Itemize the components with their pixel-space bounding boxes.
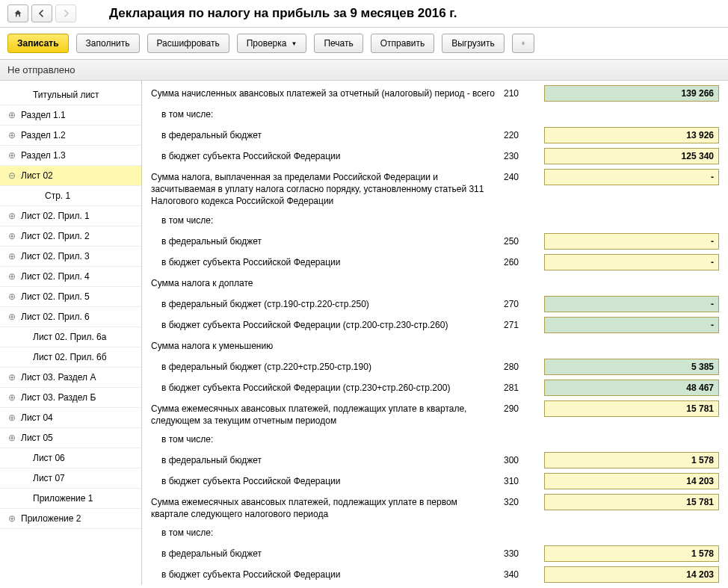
row-description: Сумма начисленных авансовых платежей за …: [151, 85, 504, 99]
tree-item[interactable]: ⊕Лист 02. Прил. 2: [0, 226, 141, 247]
form-row: в бюджет субъекта Российской Федерации (…: [151, 380, 719, 396]
form-row: в том числе:: [151, 212, 719, 229]
arrow-left-icon: [37, 9, 46, 18]
expand-icon[interactable]: ⊕: [6, 271, 18, 282]
tree-item[interactable]: ⊕Стр. 1: [0, 186, 141, 206]
tree-item-label: Лист 02. Прил. 5: [18, 291, 90, 302]
value-field[interactable]: -: [544, 233, 719, 250]
value-field[interactable]: 125 340: [544, 148, 719, 164]
row-code: 270: [504, 296, 544, 309]
value-field[interactable]: 13 926: [544, 127, 719, 143]
tree-item[interactable]: ⊕Раздел 1.1: [0, 105, 141, 126]
tree-item[interactable]: ⊕Титульный лист: [0, 85, 141, 105]
tree-item[interactable]: ⊕Раздел 1.2: [0, 126, 141, 146]
tree-item[interactable]: ⊕Лист 02. Прил. 1: [0, 206, 141, 226]
expand-icon[interactable]: ⊕: [6, 513, 18, 524]
value-field[interactable]: 48 467: [544, 380, 719, 396]
expand-icon[interactable]: ⊕: [6, 150, 18, 161]
tree-item[interactable]: ⊕Лист 03. Раздел А: [0, 368, 141, 388]
value-field[interactable]: -: [544, 317, 719, 333]
write-button[interactable]: Записать: [7, 34, 69, 53]
tree-item[interactable]: ⊕Лист 02. Прил. 5: [0, 287, 141, 307]
row-code: 310: [504, 473, 544, 486]
tree-item[interactable]: ⊕Лист 02. Прил. 6б: [0, 347, 141, 368]
value-field[interactable]: 1 578: [544, 545, 719, 562]
value-field[interactable]: -: [544, 254, 719, 270]
tree-item[interactable]: ⊕Раздел 1.3: [0, 146, 141, 166]
row-code: [504, 106, 544, 109]
expand-icon[interactable]: ⊕: [6, 110, 18, 120]
tree-item[interactable]: ⊕Приложение 1: [0, 489, 141, 509]
row-description: в федеральный бюджет: [151, 127, 504, 141]
expand-icon[interactable]: ⊕: [6, 433, 18, 443]
form-row: в федеральный бюджет (стр.190-стр.220-ст…: [151, 296, 719, 312]
export-button[interactable]: Выгрузить: [442, 34, 505, 53]
expand-icon[interactable]: ⊕: [6, 231, 18, 241]
tree-item[interactable]: ⊕Лист 02. Прил. 6а: [0, 327, 141, 347]
row-code: [504, 338, 544, 341]
tree-item-label: Лист 02: [18, 170, 53, 181]
tree-item-label: Лист 06: [18, 453, 65, 463]
value-field[interactable]: 14 203: [544, 566, 719, 583]
tree-item-label: Титульный лист: [18, 90, 99, 100]
send-button[interactable]: Отправить: [371, 34, 435, 53]
expand-icon[interactable]: ⊕: [6, 251, 18, 261]
row-description: Сумма ежемесячных авансовых платежей, по…: [151, 494, 504, 520]
tree-item[interactable]: ⊕Лист 02. Прил. 3: [0, 247, 141, 267]
print-button[interactable]: Печать: [314, 34, 363, 53]
value-field[interactable]: 5 385: [544, 359, 719, 375]
form-row: Сумма ежемесячных авансовых платежей, по…: [151, 494, 719, 520]
forward-button[interactable]: [55, 4, 76, 22]
expand-icon[interactable]: ⊕: [6, 412, 18, 423]
row-code: 271: [504, 317, 544, 330]
home-button[interactable]: [7, 4, 28, 22]
row-code: 290: [504, 400, 544, 414]
row-code: 280: [504, 359, 544, 372]
decode-button[interactable]: Расшифровать: [147, 34, 229, 53]
check-button[interactable]: Проверка▼: [237, 34, 307, 53]
tree-item[interactable]: ⊕Приложение 2: [0, 509, 141, 529]
value-field[interactable]: 15 781: [544, 400, 719, 417]
row-description: Сумма налога к доплате: [151, 275, 504, 289]
back-button[interactable]: [31, 4, 52, 22]
form-row: в бюджет субъекта Российской Федерации26…: [151, 254, 719, 270]
form-row: в бюджет субъекта Российской Федерации34…: [151, 566, 719, 583]
attach-button[interactable]: [512, 34, 534, 53]
tree-item-label: Лист 02. Прил. 6а: [18, 332, 106, 342]
value-field[interactable]: 15 781: [544, 494, 719, 510]
expand-icon[interactable]: ⊕: [6, 211, 18, 221]
tree-item-label: Лист 02. Прил. 2: [18, 231, 90, 241]
row-description: в бюджет субъекта Российской Федерации (…: [151, 380, 504, 394]
tree-item[interactable]: ⊕Лист 04: [0, 408, 141, 428]
expand-icon[interactable]: ⊕: [6, 130, 18, 140]
row-code: 250: [504, 233, 544, 247]
row-description: Сумма налога, выплаченная за пределами Р…: [151, 169, 504, 208]
expand-icon[interactable]: ⊕: [6, 291, 18, 302]
status-bar: Не отправлено: [0, 60, 728, 81]
value-field[interactable]: -: [544, 169, 719, 185]
tree-item[interactable]: ⊕Лист 03. Раздел Б: [0, 388, 141, 408]
value-field[interactable]: 1 578: [544, 452, 719, 468]
tree-item[interactable]: ⊕Лист 07: [0, 468, 141, 489]
arrow-right-icon: [61, 9, 70, 18]
tree-item[interactable]: ⊕Лист 05: [0, 428, 141, 448]
expand-icon[interactable]: ⊕: [6, 312, 18, 322]
value-field[interactable]: 14 203: [544, 473, 719, 489]
row-description: в федеральный бюджет (стр.220+стр.250-ст…: [151, 359, 504, 373]
row-description: в том числе:: [151, 212, 504, 226]
value-field[interactable]: -: [544, 296, 719, 312]
expand-icon[interactable]: ⊕: [6, 392, 18, 403]
tree-item[interactable]: ⊕Лист 02. Прил. 6: [0, 307, 141, 327]
form-row: в том числе:: [151, 106, 719, 123]
tree-item[interactable]: ⊕Лист 02. Прил. 4: [0, 267, 141, 287]
tree-item-label: Лист 03. Раздел А: [18, 372, 96, 383]
value-field[interactable]: 139 266: [544, 85, 719, 102]
fill-button[interactable]: Заполнить: [76, 34, 140, 53]
form-row: в том числе:: [151, 431, 719, 448]
form-row: в бюджет субъекта Российской Федерации23…: [151, 148, 719, 164]
tree-item[interactable]: ⊖Лист 02: [0, 166, 141, 186]
tree-item[interactable]: ⊕Лист 06: [0, 448, 141, 468]
workspace: ⊕Титульный лист⊕Раздел 1.1⊕Раздел 1.2⊕Ра…: [0, 81, 728, 585]
collapse-icon[interactable]: ⊖: [6, 170, 18, 181]
expand-icon[interactable]: ⊕: [6, 372, 18, 383]
